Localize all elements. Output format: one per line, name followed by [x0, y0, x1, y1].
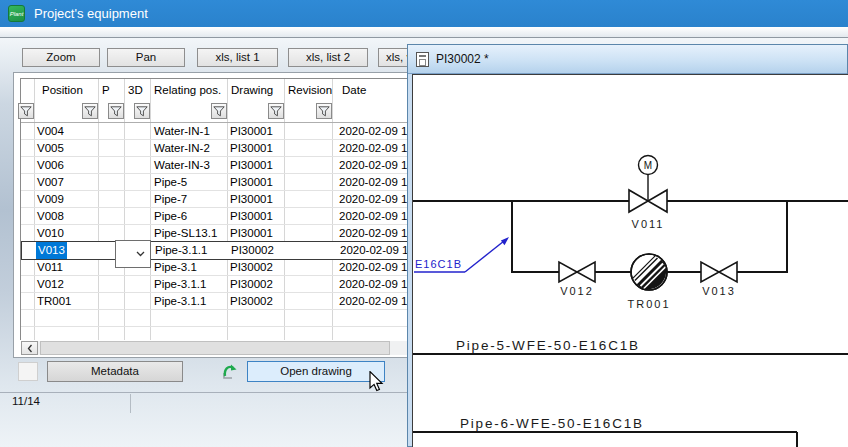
column-header-position[interactable]: Position — [42, 79, 83, 101]
statusbar-count: 11/14 — [12, 395, 40, 407]
cell-position: V005 — [37, 140, 64, 157]
drawing-window: PI30002 * M V011 — [407, 44, 848, 447]
cell-drawing: PI30002 — [231, 242, 274, 259]
filter-funnel-button-position[interactable] — [82, 103, 98, 119]
cell-position: V006 — [37, 157, 64, 174]
cell-relating: Pipe-7 — [154, 191, 187, 208]
leader-arrowhead — [501, 237, 509, 245]
pipe5-label: Pipe-5-WFE-50-E16C1B — [456, 338, 640, 353]
cell-drawing: PI30001 — [230, 140, 273, 157]
filter-funnel-button-revision[interactable] — [316, 103, 332, 119]
hscroll-left-button[interactable] — [21, 341, 38, 355]
filter-funnel-button-drawing[interactable] — [268, 103, 284, 119]
funnel-icon — [20, 106, 32, 117]
cell-date: 2020-02-09 1 — [339, 276, 407, 293]
column-header-relating[interactable]: Relating pos. — [154, 79, 221, 101]
table-row[interactable]: V011Pipe-3.1PI300022020-02-09 1 — [21, 259, 432, 276]
cell-position: V010 — [37, 225, 64, 242]
table-row[interactable]: V010Pipe-SL13.1PI300012020-02-09 1 — [21, 225, 432, 242]
cell-position: V009 — [37, 191, 64, 208]
chevron-down-icon — [136, 251, 145, 257]
funnel-icon — [318, 106, 330, 117]
cell-drawing: PI30001 — [230, 157, 273, 174]
filter-funnel-button-row[interactable] — [18, 103, 34, 119]
column-header-p[interactable]: P — [102, 79, 110, 101]
cell-date: 2020-02-09 1 — [339, 191, 407, 208]
cell-drawing: PI30002 — [230, 276, 273, 293]
pid-diagram: M V011 V012 — [413, 75, 848, 447]
cell-position: V008 — [37, 208, 64, 225]
hscroll-thumb[interactable] — [40, 341, 390, 355]
cell-position: TR001 — [37, 293, 72, 310]
drawing-window-titlebar[interactable]: PI30002 * — [408, 45, 847, 74]
cell-drawing: PI30001 — [230, 191, 273, 208]
cell-relating: Water-IN-3 — [154, 157, 210, 174]
table-row-selected[interactable]: V013Pipe-3.1.1PI300022020-02-09 1 — [21, 241, 432, 260]
valve-v011-motor[interactable]: M — [629, 156, 667, 213]
column-header-3d[interactable]: 3D — [128, 79, 143, 101]
table-row[interactable]: V004Water-IN-1PI300012020-02-09 1 — [21, 123, 432, 140]
funnel-icon — [110, 106, 122, 117]
cell-relating: Pipe-6 — [154, 208, 187, 225]
motor-label: M — [644, 160, 652, 171]
valve-v012[interactable] — [559, 262, 595, 282]
table-row[interactable]: V012Pipe-3.1.1PI300022020-02-09 1 — [21, 276, 432, 293]
funnel-icon — [136, 106, 148, 117]
scroll-left-icon — [27, 344, 33, 353]
metadata-button[interactable]: Metadata — [47, 361, 183, 382]
table-row[interactable]: V007Pipe-5PI300012020-02-09 1 — [21, 174, 432, 191]
cell-drawing: PI30001 — [230, 225, 273, 242]
column-header-drawing[interactable]: Drawing — [231, 79, 273, 101]
table-row[interactable]: V008Pipe-6PI300012020-02-09 1 — [21, 208, 432, 225]
cell-relating: Pipe-5 — [154, 174, 187, 191]
cell-date: 2020-02-09 1 — [339, 293, 407, 310]
window-title: Project's equipment — [34, 6, 148, 21]
tag-v013: V013 — [702, 285, 736, 297]
tag-v011: V011 — [632, 218, 665, 230]
pan-button[interactable]: Pan — [107, 48, 185, 67]
ribbon-strip — [0, 27, 848, 38]
open-drawing-button[interactable]: Open drawing — [247, 361, 385, 382]
cell-relating: Water-IN-1 — [154, 123, 210, 140]
window-titlebar: Plant Project's equipment — [0, 0, 848, 27]
cell-date: 2020-02-09 1 — [340, 242, 408, 259]
cell-date: 2020-02-09 1 — [339, 123, 407, 140]
funnel-icon — [84, 106, 96, 117]
table-row[interactable]: TR001Pipe-3.1.1PI300022020-02-09 1 — [21, 293, 432, 310]
drawing-window-title: PI30002 * — [436, 52, 489, 66]
trap-tr001[interactable] — [631, 254, 667, 290]
column-header-date[interactable]: Date — [342, 79, 366, 101]
filter-funnel-button-3d[interactable] — [134, 103, 150, 119]
table-row[interactable]: V009Pipe-7PI300012020-02-09 1 — [21, 191, 432, 208]
statusbar-separator — [130, 394, 131, 413]
table-row[interactable]: V006Water-IN-3PI300012020-02-09 1 — [21, 157, 432, 174]
filter-funnel-button-relating[interactable] — [211, 103, 227, 119]
cell-position: V007 — [37, 174, 64, 191]
table-row[interactable]: V005Water-IN-2PI300012020-02-09 1 — [21, 140, 432, 157]
cell-position: V011 — [37, 259, 63, 276]
filter-funnel-button-p[interactable] — [108, 103, 124, 119]
mouse-cursor-icon — [369, 371, 385, 396]
cell-drawing: PI30001 — [230, 174, 273, 191]
xls-list-2-button[interactable]: xls, list 2 — [288, 48, 368, 67]
cell-date: 2020-02-09 1 — [339, 225, 407, 242]
cell-date: 2020-02-09 1 — [339, 174, 407, 191]
cell-date: 2020-02-09 1 — [339, 157, 407, 174]
3d-dropdown[interactable] — [115, 240, 151, 268]
xls-list-1-button[interactable]: xls, list 1 — [197, 48, 278, 67]
footer-mini-box[interactable] — [18, 362, 38, 381]
refresh-open-icon[interactable] — [220, 361, 240, 381]
zoom-button[interactable]: Zoom — [22, 48, 100, 67]
tag-v012: V012 — [560, 285, 594, 297]
drawing-canvas[interactable]: M V011 V012 — [412, 74, 848, 447]
column-header-revision[interactable]: Revision — [288, 79, 332, 101]
cell-date: 2020-02-09 1 — [339, 259, 407, 276]
table-hscrollbar[interactable] — [21, 341, 431, 355]
pipe-reference-callout[interactable]: E16C1B — [414, 237, 509, 272]
cell-date: 2020-02-09 1 — [339, 140, 407, 157]
valve-v013[interactable] — [701, 262, 737, 282]
pipe6-label: Pipe-6-WFE-50-E16C1B — [460, 416, 644, 431]
cell-drawing: PI30002 — [230, 259, 273, 276]
green-arrow-head — [231, 365, 237, 371]
funnel-icon — [213, 106, 225, 117]
